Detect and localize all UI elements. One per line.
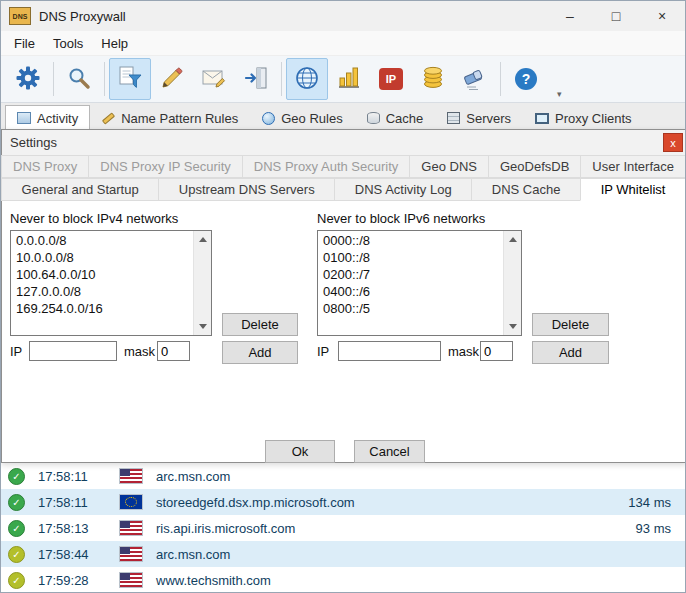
toolbar-separator xyxy=(281,62,282,96)
main-tab-bar: Activity Name Pattern Rules Geo Rules Ca… xyxy=(1,103,685,132)
settings-tab-dns-proxy-auth-security[interactable]: DNS Proxy Auth Security xyxy=(242,155,411,178)
country-flag-icon xyxy=(120,495,142,509)
settings-tab-dns-proxy[interactable]: DNS Proxy xyxy=(1,155,89,178)
list-item[interactable]: 0800::/5 xyxy=(318,300,503,317)
list-item[interactable]: 0000::/8 xyxy=(318,232,503,249)
pencil-icon xyxy=(102,112,115,124)
menu-file[interactable]: File xyxy=(5,33,44,54)
list-item[interactable]: 127.0.0.0/8 xyxy=(11,283,193,300)
statistics-button[interactable] xyxy=(328,58,370,100)
menu-bar: File Tools Help xyxy=(1,31,685,56)
globe-icon xyxy=(294,65,320,94)
ipv6-delete-button[interactable]: Delete xyxy=(532,313,609,336)
activity-row[interactable]: 17:58:13 ris.api.iris.microsoft.com 93 m… xyxy=(1,515,685,541)
scroll-up-icon[interactable] xyxy=(194,231,211,248)
menu-tools[interactable]: Tools xyxy=(44,33,92,54)
settings-dialog-title: Settings xyxy=(10,135,57,150)
settings-tab-geodefsdb[interactable]: GeoDefsDB xyxy=(488,155,581,178)
ipv4-mask-input[interactable] xyxy=(157,341,190,361)
list-item[interactable]: 0400::/6 xyxy=(318,283,503,300)
ip-blocklist-button[interactable]: IP xyxy=(370,58,412,100)
cancel-button[interactable]: Cancel xyxy=(354,440,425,463)
close-button[interactable]: × xyxy=(639,1,685,31)
ipv4-delete-button[interactable]: Delete xyxy=(222,313,298,336)
bar-chart-icon xyxy=(336,65,362,94)
activity-domain: arc.msn.com xyxy=(156,547,230,562)
ok-button[interactable]: Ok xyxy=(265,440,335,463)
settings-tab-dns-activity-log[interactable]: DNS Activity Log xyxy=(334,178,472,201)
tab-proxy-clients-label: Proxy Clients xyxy=(555,111,632,126)
filter-page-icon xyxy=(117,65,143,94)
server-icon xyxy=(447,112,460,124)
app-icon: DNS xyxy=(9,7,31,25)
tab-name-pattern-rules[interactable]: Name Pattern Rules xyxy=(90,105,250,131)
list-item[interactable]: 10.0.0.0/8 xyxy=(11,249,193,266)
settings-tab-dns-proxy-ip-security[interactable]: DNS Proxy IP Security xyxy=(88,155,243,178)
status-icon xyxy=(8,494,25,511)
exit-button[interactable] xyxy=(235,58,277,100)
status-icon xyxy=(8,468,25,485)
country-flag-icon xyxy=(120,469,142,483)
scroll-up-icon[interactable] xyxy=(504,231,521,248)
ipv4-ip-input[interactable] xyxy=(29,341,117,361)
globe-icon xyxy=(262,112,275,125)
tab-cache-label: Cache xyxy=(386,111,424,126)
list-item[interactable]: 0200::/7 xyxy=(318,266,503,283)
ipv6-list-items: 0000::/8 0100::/8 0200::/7 0400::/6 0800… xyxy=(318,231,503,335)
help-button[interactable]: ? xyxy=(505,58,547,100)
ipv4-scrollbar[interactable] xyxy=(193,231,211,335)
maximize-button[interactable]: □ xyxy=(593,1,639,31)
ipv6-list-label: Never to block IPv6 networks xyxy=(317,211,485,226)
ipv6-scrollbar[interactable] xyxy=(503,231,521,335)
clear-log-button[interactable] xyxy=(454,58,496,100)
toolbar-separator xyxy=(53,62,54,96)
eraser-icon xyxy=(462,65,488,94)
activity-domain: www.techsmith.com xyxy=(156,573,271,588)
settings-dialog-titlebar: Settings x xyxy=(2,130,686,155)
activity-row[interactable]: 17:58:11 storeedgefd.dsx.mp.microsoft.co… xyxy=(1,489,685,515)
ipv4-listbox[interactable]: 0.0.0.0/8 10.0.0.0/8 100.64.0.0/10 127.0… xyxy=(10,230,212,336)
settings-tab-ip-whitelist[interactable]: IP Whitelist xyxy=(580,178,686,201)
counters-button[interactable] xyxy=(412,58,454,100)
tab-cache[interactable]: Cache xyxy=(355,105,436,131)
list-item[interactable]: 0.0.0.0/8 xyxy=(11,232,193,249)
list-item[interactable]: 169.254.0.0/16 xyxy=(11,300,193,317)
activity-domain: ris.api.iris.microsoft.com xyxy=(156,521,295,536)
activity-row[interactable]: 17:58:11 arc.msn.com xyxy=(1,463,685,489)
envelope-icon xyxy=(201,65,227,94)
scroll-down-icon[interactable] xyxy=(194,318,211,335)
settings-tab-geo-dns[interactable]: Geo DNS xyxy=(409,155,489,178)
tab-proxy-clients[interactable]: Proxy Clients xyxy=(523,105,644,131)
ipv4-add-button[interactable]: Add xyxy=(222,341,298,364)
menu-help[interactable]: Help xyxy=(92,33,137,54)
edit-rules-button[interactable] xyxy=(151,58,193,100)
ipv6-ip-label: IP xyxy=(317,344,329,359)
settings-tab-general-and-startup[interactable]: General and Startup xyxy=(1,178,159,201)
search-button[interactable] xyxy=(58,58,100,100)
geo-view-button[interactable] xyxy=(286,58,328,100)
dialog-close-button[interactable]: x xyxy=(663,133,683,152)
toolbar-overflow-chevron-icon[interactable]: ▾ xyxy=(557,89,562,99)
settings-tab-user-interface[interactable]: User Interface xyxy=(580,155,686,178)
ipv6-listbox[interactable]: 0000::/8 0100::/8 0200::/7 0400::/6 0800… xyxy=(317,230,522,336)
activity-row[interactable]: 17:59:28 www.techsmith.com xyxy=(1,567,685,593)
ipv6-ip-input[interactable] xyxy=(338,341,441,361)
tab-servers[interactable]: Servers xyxy=(435,105,523,131)
settings-tab-upstream-dns-servers[interactable]: Upstream DNS Servers xyxy=(158,178,335,201)
ipv4-mask-label: mask xyxy=(124,344,155,359)
activity-row[interactable]: 17:58:44 arc.msn.com xyxy=(1,541,685,567)
list-item[interactable]: 100.64.0.0/10 xyxy=(11,266,193,283)
minimize-button[interactable]: – xyxy=(547,1,593,31)
ipv6-add-button[interactable]: Add xyxy=(532,341,609,364)
filter-rules-button[interactable] xyxy=(109,58,151,100)
list-item[interactable]: 0100::/8 xyxy=(318,249,503,266)
scroll-down-icon[interactable] xyxy=(504,318,521,335)
settings-tab-dns-cache[interactable]: DNS Cache xyxy=(471,178,581,201)
ipv6-mask-input[interactable] xyxy=(480,341,513,361)
mail-report-button[interactable] xyxy=(193,58,235,100)
tab-activity-label: Activity xyxy=(37,111,78,126)
tab-activity[interactable]: Activity xyxy=(5,105,90,131)
tab-geo-rules[interactable]: Geo Rules xyxy=(250,105,354,131)
settings-button[interactable] xyxy=(7,58,49,100)
country-flag-icon xyxy=(120,547,142,561)
